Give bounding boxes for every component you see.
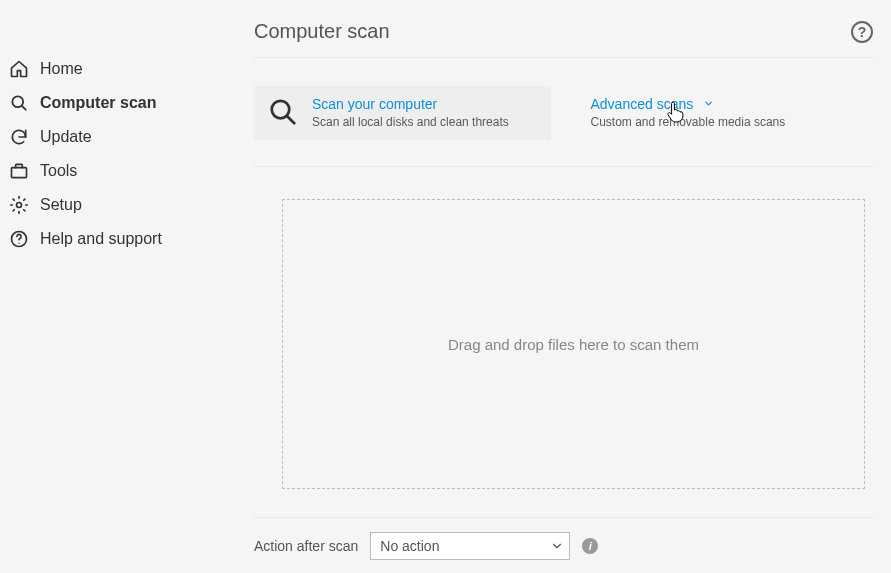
header: Computer scan ?	[254, 20, 873, 58]
refresh-icon	[9, 127, 29, 147]
svg-point-5	[18, 243, 19, 244]
briefcase-icon	[9, 161, 29, 181]
gear-icon	[9, 195, 29, 215]
sidebar-item-computer-scan[interactable]: Computer scan	[0, 86, 238, 120]
chevron-down-icon	[703, 98, 714, 109]
scan-actions-row: Scan your computer Scan all local disks …	[254, 86, 873, 167]
svg-line-7	[287, 116, 294, 123]
sidebar-item-update[interactable]: Update	[0, 120, 238, 154]
search-icon	[9, 93, 29, 113]
page-title: Computer scan	[254, 20, 390, 43]
sidebar-item-label: Update	[40, 128, 92, 146]
scan-your-computer-card[interactable]: Scan your computer Scan all local disks …	[254, 86, 551, 140]
advanced-scans-card[interactable]: Advanced scans Custom and removable medi…	[577, 86, 874, 140]
scan-card-title: Scan your computer	[312, 95, 509, 113]
select-value: No action	[370, 532, 570, 560]
sidebar-item-label: Help and support	[40, 230, 162, 248]
sidebar-item-label: Home	[40, 60, 83, 78]
sidebar-item-setup[interactable]: Setup	[0, 188, 238, 222]
sidebar-item-home[interactable]: Home	[0, 52, 238, 86]
sidebar-item-label: Tools	[40, 162, 77, 180]
svg-line-1	[22, 106, 26, 110]
sidebar-item-help[interactable]: Help and support	[0, 222, 238, 256]
help-icon	[9, 229, 29, 249]
home-icon	[9, 59, 29, 79]
footer-row: Action after scan No action i	[254, 517, 873, 560]
advanced-card-text: Advanced scans Custom and removable medi…	[591, 95, 786, 129]
dropzone-text: Drag and drop files here to scan them	[448, 336, 699, 353]
info-icon[interactable]: i	[582, 538, 598, 554]
dropzone[interactable]: Drag and drop files here to scan them	[282, 199, 865, 489]
sidebar: Home Computer scan Update Tools Setup He…	[0, 0, 238, 573]
main-content: Computer scan ? Scan your computer Scan …	[238, 0, 891, 573]
sidebar-item-tools[interactable]: Tools	[0, 154, 238, 188]
advanced-card-subtitle: Custom and removable media scans	[591, 115, 786, 129]
scan-card-text: Scan your computer Scan all local disks …	[312, 95, 509, 129]
search-icon	[268, 97, 298, 127]
advanced-card-title-text: Advanced scans	[591, 96, 694, 112]
svg-point-3	[17, 203, 22, 208]
action-after-scan-label: Action after scan	[254, 538, 358, 554]
action-after-scan-select[interactable]: No action	[370, 532, 570, 560]
svg-rect-2	[12, 168, 27, 178]
help-button[interactable]: ?	[851, 21, 873, 43]
advanced-card-title: Advanced scans	[591, 95, 786, 113]
sidebar-item-label: Computer scan	[40, 94, 156, 112]
scan-card-subtitle: Scan all local disks and clean threats	[312, 115, 509, 129]
sidebar-item-label: Setup	[40, 196, 82, 214]
